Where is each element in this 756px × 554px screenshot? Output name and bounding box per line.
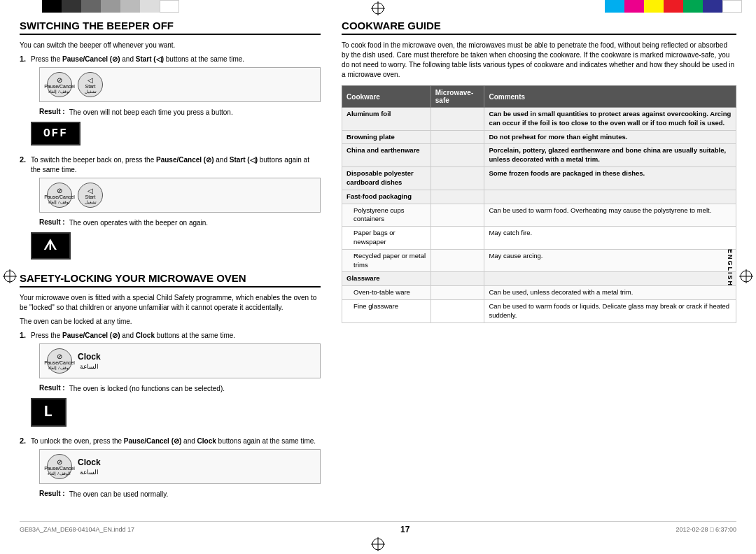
- color-swatch-white: [160, 0, 179, 13]
- beeper-item-1-num: 1.: [20, 55, 28, 151]
- beeper-result-1-text: The oven will not beep each time you pre…: [69, 108, 233, 118]
- pause-cancel-label-ar-3: توقف / إلغاء: [48, 365, 70, 370]
- table-row: Paper bags or newspaper May catch fire.: [342, 227, 736, 250]
- row-safe-disposable: [430, 167, 484, 190]
- microwave-safe-col-header: Microwave-safe: [430, 86, 484, 108]
- start-btn-1: ◁ Start تشغيل: [78, 72, 103, 97]
- right-column: ENGLISH COOKWARE GUIDE To cook food in t…: [342, 20, 736, 516]
- beeper-btn-pair-2: ⊘ Pause/Cancel توقف / إلغاء ◁ Start تشغي…: [39, 178, 321, 213]
- beeper-result-1-label: Result :: [39, 108, 65, 118]
- beeper-item-2-content: To switch the beeper back on, press the …: [31, 155, 321, 265]
- table-row: Disposable polyester cardboard dishes So…: [342, 167, 736, 190]
- row-safe-paper: [430, 227, 484, 250]
- comments-col-header: Comments: [484, 86, 736, 108]
- row-safe-recycled: [430, 249, 484, 272]
- color-swatch-black: [42, 0, 62, 13]
- pause-cancel-btn-1: ⊘ Pause/Cancel توقف / إلغاء: [47, 72, 72, 97]
- safety-btn-pair-2: ⊘ Pause/Cancel الوقف / إلغاء Clock الساع…: [39, 449, 321, 484]
- page-footer: GE83A_ZAM_DE68-04104A_EN.indd 17 17 2012…: [20, 521, 736, 534]
- reg-mark-left: [3, 269, 17, 285]
- start-symbol-1: ◁: [88, 76, 93, 84]
- beeper-item-1-instruction: Press the Pause/Cancel (⊘) and Start (◁)…: [31, 55, 321, 64]
- safety-item-2-num: 2.: [20, 436, 28, 502]
- safety-lcd-lock: L: [31, 398, 66, 427]
- safety-result-2: Result : The oven can be used normally.: [39, 490, 321, 499]
- row-comments-disposable: Some frozen foods are packaged in these …: [484, 167, 736, 190]
- table-row: Polystyrene cups containers Can be used …: [342, 204, 736, 227]
- row-cookware-polystyrene: Polystyrene cups containers: [342, 204, 431, 227]
- safety-result-1-text: The oven is locked (no functions can be …: [69, 384, 225, 394]
- page-number: 17: [134, 525, 676, 534]
- beeper-item-2: 2. To switch the beeper back on, press t…: [20, 155, 321, 265]
- clock-bold-1: Clock: [136, 332, 155, 339]
- row-comments-paper: May catch fire.: [484, 227, 736, 250]
- table-row: Aluminum foil Can be used in small quant…: [342, 108, 736, 131]
- pause-cancel-label-en-3: Pause/Cancel: [44, 360, 75, 365]
- safety-result-2-text: The oven can be used normally.: [69, 490, 169, 499]
- cookware-section: COOKWARE GUIDE To cook food in the micro…: [342, 20, 736, 323]
- pause-cancel-btn-2: ⊘ Pause/Cancel توقف / إلغاء: [47, 183, 72, 208]
- row-comments-aluminum: Can be used in small quantities to prote…: [484, 108, 736, 131]
- clock-arabic-1: الساعة: [80, 363, 99, 370]
- reg-mark-right: [739, 269, 753, 285]
- footer-file-info: GE83A_ZAM_DE68-04104A_EN.indd 17: [20, 526, 134, 533]
- left-column: SWITCHING THE BEEPER OFF You can switch …: [20, 20, 321, 516]
- beeper-item-1: 1. Press the Pause/Cancel (⊘) and Start …: [20, 55, 321, 151]
- cookware-table: Cookware Microwave-safe Comments Aluminu…: [342, 85, 736, 323]
- safety-display-1: L: [31, 397, 321, 432]
- color-swatch-lighter: [120, 0, 140, 13]
- start-bold-1: Start (◁): [136, 55, 164, 63]
- clock-bold-2: Clock: [197, 437, 216, 445]
- row-cookware-recycled: Recycled paper or metal trims: [342, 249, 431, 272]
- pause-cancel-symbol-1: ⊘: [57, 76, 62, 84]
- row-comments-polystyrene: Can be used to warm food. Overheating ma…: [484, 204, 736, 227]
- row-cookware-disposable: Disposable polyester cardboard dishes: [342, 167, 431, 190]
- safety-item-2-content: To unlock the oven, press the Pause/Canc…: [31, 436, 321, 502]
- color-bar-left-group: [42, 0, 179, 13]
- row-cookware-glassware: Glassware: [342, 272, 431, 286]
- pause-cancel-bold-2: Pause/Cancel (⊘): [156, 156, 214, 164]
- row-cookware-oven-table: Oven-to-table ware: [342, 286, 431, 300]
- pause-cancel-label-ar-1: توقف / إلغاء: [48, 89, 70, 94]
- row-comments-china: Porcelain, pottery, glazed earthenware a…: [484, 144, 736, 167]
- color-bar-right-group: [605, 0, 742, 13]
- safety-item-2: 2. To unlock the oven, press the Pause/C…: [20, 436, 321, 502]
- safety-locking-title: SAFETY-LOCKING YOUR MICROWAVE OVEN: [20, 272, 321, 287]
- row-comments-fine-glass: Can be used to warm foods or liquids. De…: [484, 300, 736, 323]
- row-comments-glassware: [484, 272, 736, 286]
- row-safe-oven-table: [430, 286, 484, 300]
- pause-cancel-btn-3: ⊘ Pause/Cancel توقف / إلغاء: [47, 348, 72, 374]
- safety-item-2-instruction: To unlock the oven, press the Pause/Canc…: [31, 436, 321, 446]
- row-safe-china: [430, 144, 484, 167]
- safety-btn-pair-1: ⊘ Pause/Cancel توقف / إلغاء Clock الساعة: [39, 343, 321, 378]
- row-safe-glassware: [430, 272, 484, 286]
- start-btn-2: ◁ Start تشغيل: [78, 183, 103, 208]
- footer-date: 2012-02-28 □ 6:37:00: [676, 526, 736, 533]
- start-bold-2: Start (◁): [230, 156, 258, 164]
- table-row: Fast-food packaging: [342, 190, 736, 204]
- beeper-item-1-content: Press the Pause/Cancel (⊘) and Start (◁)…: [31, 55, 321, 151]
- color-swatch-blue: [703, 0, 722, 13]
- safety-item-1: 1. Press the Pause/Cancel (⊘) and Clock …: [20, 331, 321, 432]
- pause-cancel-label-en-2: Pause/Cancel: [44, 194, 75, 199]
- beeper-item-2-instruction: To switch the beeper back on, press the …: [31, 155, 321, 175]
- clock-label-2: Clock: [78, 457, 101, 467]
- row-safe-fastfood: [430, 190, 484, 204]
- clock-arabic-2: الساعة: [80, 469, 99, 476]
- beeper-result-2: Result : The oven operates with the beep…: [39, 218, 321, 228]
- safety-result-1: Result : The oven is locked (no function…: [39, 384, 321, 394]
- color-swatch-lightest: [140, 0, 160, 13]
- row-cookware-paper: Paper bags or newspaper: [342, 227, 431, 250]
- pause-cancel-label-en-1: Pause/Cancel: [44, 84, 75, 89]
- table-row: Oven-to-table ware Can be used, unless d…: [342, 286, 736, 300]
- color-swatch-light: [101, 0, 120, 13]
- pause-cancel-symbol-4: ⊘: [57, 458, 62, 466]
- pause-cancel-bold-4: Pause/Cancel (⊘): [124, 437, 181, 445]
- color-swatch-yellow: [644, 0, 664, 13]
- beeper-result-2-label: Result :: [39, 218, 65, 228]
- color-swatch-red: [664, 0, 683, 13]
- pause-cancel-label-ar-2: توقف / إلغاء: [48, 199, 70, 204]
- table-row: Recycled paper or metal trims May cause …: [342, 249, 736, 272]
- pause-cancel-bold-1: Pause/Cancel (⊘): [62, 55, 120, 63]
- beeper-display-2: ᗑ: [31, 231, 321, 265]
